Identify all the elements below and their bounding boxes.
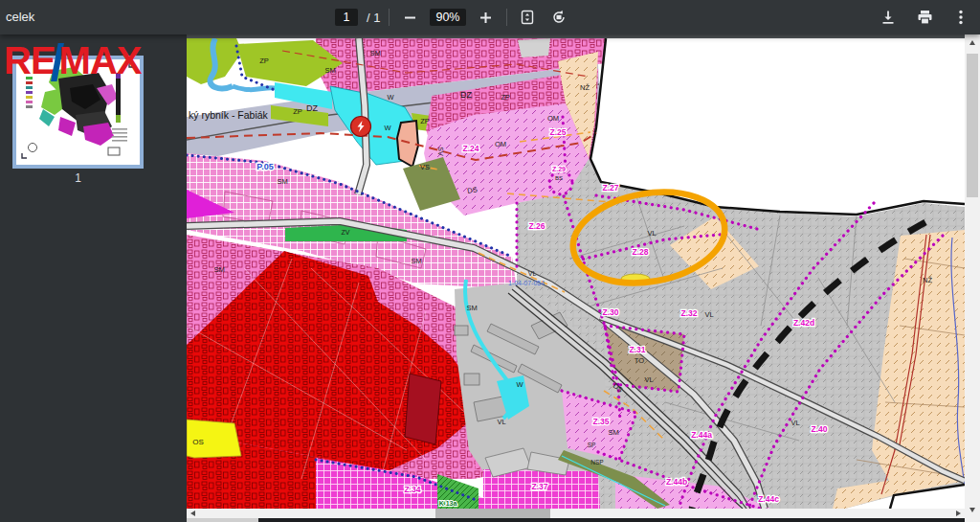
fit-page-icon: [520, 10, 535, 25]
map-label-bs: BS: [555, 175, 563, 181]
scrollbar-corner: [187, 518, 258, 522]
map-label-z-28: Z.28: [632, 247, 648, 257]
map-label-vl: VL: [704, 310, 713, 319]
map-label-om: OM: [495, 140, 506, 148]
location-marker: [351, 117, 371, 137]
map-label-vl: VL: [644, 375, 653, 384]
pdf-viewer-window: celek 1 / 1 90%: [0, 0, 980, 522]
horizontal-scrollbar[interactable]: [187, 509, 965, 518]
print-button[interactable]: [913, 6, 936, 29]
map-zones: [187, 38, 965, 509]
map-label-ds: DS: [467, 185, 479, 195]
horizontal-scrollbar-thumb[interactable]: [435, 509, 550, 518]
rotate-button[interactable]: [547, 6, 570, 29]
scroll-left-icon[interactable]: [190, 511, 195, 516]
zoom-in-icon: [479, 11, 492, 24]
fit-page-button[interactable]: [516, 6, 539, 29]
page-number-input[interactable]: 1: [335, 9, 358, 26]
remax-logo-re: RE: [4, 39, 56, 81]
map-label-zp: ZP: [501, 93, 510, 102]
map-label-k-13a: K 13a: [439, 500, 457, 507]
vertical-scrollbar[interactable]: [965, 34, 980, 518]
map-label-dz: DZ: [460, 90, 472, 100]
zoom-in-button[interactable]: [475, 6, 498, 29]
map-label-sm: SM: [369, 49, 380, 57]
map-label-zp: ZP: [420, 117, 430, 125]
map-label-w: W: [387, 93, 394, 102]
map-label-dz: DZ: [306, 103, 318, 113]
map-label-zv: ZV: [342, 229, 350, 236]
map-label-sm: SM: [277, 177, 287, 186]
zoom-level-display[interactable]: 90%: [430, 9, 465, 26]
scroll-up-icon[interactable]: [969, 40, 975, 45]
map-label-vl: VL: [791, 419, 799, 427]
map-label-z-30: Z.30: [602, 307, 618, 317]
map-label-z-29: Z.29: [552, 166, 566, 172]
pdf-page-zoning-map[interactable]: Z.24Z.25Z.29Z.27Z.26Z.28Z.30Z.32Z.31Z.42…: [187, 38, 965, 509]
map-label-z-24: Z.24: [462, 144, 479, 153]
vertical-scrollbar-thumb[interactable]: [967, 54, 978, 197]
map-label-to: TO: [635, 356, 644, 365]
map-label-z-25: Z.25: [549, 127, 566, 137]
map-label-zp: ZP: [293, 107, 302, 116]
map-label-sm: SM: [411, 257, 421, 265]
map-label-w: W: [384, 124, 391, 132]
toolbar-right-controls: [877, 0, 972, 34]
map-label-z-44b: Z.44b: [666, 477, 687, 487]
map-label-k-rybn-k-fabi-k: ký rybník - Fabiák: [189, 109, 269, 121]
scroll-right-icon[interactable]: [956, 511, 961, 516]
remax-logo: RE/MAX: [4, 36, 141, 88]
map-label-sm: SM: [213, 265, 224, 274]
map-label-p-05: P.05: [256, 162, 273, 171]
map-label-sm: SM: [324, 66, 335, 75]
more-menu-button[interactable]: [949, 6, 972, 29]
map-label-1-04-07-054: 1-04-07-054: [508, 280, 545, 286]
zoom-out-icon: [404, 11, 416, 24]
map-label-w: W: [516, 380, 523, 389]
print-icon: [917, 10, 933, 25]
download-button[interactable]: [877, 6, 900, 29]
toolbar-divider: [506, 9, 507, 26]
download-icon: [880, 10, 896, 25]
map-label-om: OM: [547, 114, 559, 123]
map-label-vl: VL: [647, 229, 656, 238]
thumbnail-sidebar: 1: [0, 34, 187, 522]
map-label-z-44a: Z.44a: [691, 430, 712, 440]
remax-logo-max: MAX: [59, 39, 142, 81]
map-label-n-: NŽ: [580, 83, 590, 92]
scroll-down-icon[interactable]: [969, 508, 975, 512]
map-label-z-26: Z.26: [528, 221, 545, 231]
map-label-z-34: Z.34: [404, 485, 420, 494]
rotate-icon: [551, 10, 567, 25]
map-label-sm: SM: [466, 304, 477, 312]
map-label-z-42d: Z.42d: [793, 318, 814, 328]
map-label-sm: SM: [608, 428, 618, 437]
more-menu-icon: [959, 10, 963, 25]
map-label-z-32: Z.32: [680, 308, 697, 318]
map-label-z-44c: Z.44c: [758, 494, 779, 504]
map-label-vl: VL: [528, 270, 537, 277]
page-total-label: / 1: [367, 11, 380, 25]
toolbar-center-controls: 1 / 1 90%: [335, 0, 570, 34]
document-title: celek: [6, 10, 34, 24]
map-label-zp: ZP: [259, 57, 269, 65]
pdf-toolbar: celek 1 / 1 90%: [0, 0, 980, 34]
map-label-z-27: Z.27: [602, 183, 618, 193]
map-label-nsp: NSP: [590, 459, 603, 465]
window-bottom-edge: [187, 518, 980, 522]
thumbnail-page-number: 1: [0, 171, 156, 185]
map-label-n-: NŽ: [923, 276, 932, 284]
map-label-os: OS: [192, 438, 204, 446]
map-label-z-40: Z.40: [811, 424, 827, 434]
zoning-map: Z.24Z.25Z.29Z.27Z.26Z.28Z.30Z.32Z.31Z.42…: [187, 38, 965, 509]
map-label-vl: VL: [497, 418, 505, 426]
map-label-z-31: Z.31: [629, 345, 645, 354]
scrollbar-corner: [965, 518, 980, 522]
map-label-z-35: Z.35: [592, 417, 609, 426]
map-label-sv: SV: [437, 147, 444, 156]
map-label-vs: VS: [420, 163, 430, 171]
zoom-out-button[interactable]: [398, 6, 421, 29]
map-label-sp: SP: [588, 442, 596, 448]
toolbar-divider: [389, 9, 390, 26]
map-label-z-37: Z.37: [531, 482, 547, 491]
